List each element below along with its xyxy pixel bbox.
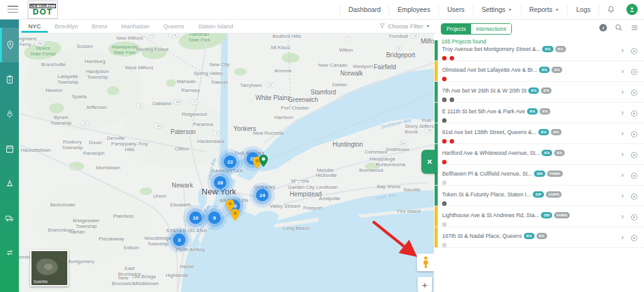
project-row[interactable]: E 111th St bet 5th Ave & Park AveIFAIFA› <box>434 103 644 123</box>
eye-icon[interactable] <box>630 88 638 99</box>
road-shield-icon: 8 <box>396 46 402 52</box>
user-avatar[interactable] <box>626 4 638 15</box>
sidebar-item-clipboard[interactable] <box>0 62 19 97</box>
project-badge: IFA <box>538 129 549 135</box>
zoom-in-button[interactable]: + <box>418 277 432 292</box>
tab-bronx[interactable]: Bronx <box>85 19 114 33</box>
project-row[interactable]: Bellhaven Pl & Collfield Avenue, St...SR… <box>434 165 644 186</box>
road-shield-icon: 7 <box>345 36 351 42</box>
chevron-right-icon[interactable]: › <box>621 191 624 199</box>
chevron-right-icon[interactable]: › <box>621 87 624 96</box>
project-badge: SRI <box>541 212 552 218</box>
eye-icon[interactable] <box>630 171 638 182</box>
notifications-button[interactable] <box>599 4 623 14</box>
left-sidebar <box>0 19 19 292</box>
project-badge: IFA <box>536 233 547 239</box>
sidebar-item-calendar[interactable] <box>0 132 19 166</box>
eye-icon[interactable] <box>630 213 638 224</box>
cluster-marker[interactable]: 3 <box>173 233 186 246</box>
project-badge: IFA <box>541 87 552 94</box>
project-row[interactable]: 167th St & Nadal Place, QueensIFAIFA› <box>434 227 644 248</box>
chevron-right-icon[interactable]: › <box>621 233 624 241</box>
project-row[interactable]: 91st Ave bet 138th Street, Queens &...IF… <box>434 123 644 144</box>
chevron-right-icon[interactable]: › <box>621 108 624 116</box>
project-badge: FHWA <box>554 212 570 218</box>
eye-icon[interactable] <box>630 47 638 58</box>
cluster-marker[interactable]: 28 <box>214 176 226 189</box>
choose-filter-dropdown[interactable]: Choose Filter ▼ <box>379 19 430 33</box>
sidebar-item-truck[interactable] <box>0 201 19 235</box>
menu-icon[interactable] <box>8 6 18 13</box>
sidebar-item-repeat[interactable] <box>0 235 19 270</box>
map-canvas[interactable]: Dingmans FerryStokes State ForestSussexN… <box>19 33 434 292</box>
eye-icon[interactable] <box>630 233 638 245</box>
project-row[interactable]: 7th Ave bet W 26th St & W 20th StIFAIFA✓… <box>434 82 644 103</box>
map-pin-yellow[interactable] <box>231 208 240 224</box>
nav-item-users[interactable]: Users <box>438 4 472 14</box>
rocket-icon <box>5 110 14 119</box>
project-badge: IFA <box>539 67 550 73</box>
repeat-icon <box>5 248 14 257</box>
project-title: Lighthouse Ave & St Andrews Rd, Sta... <box>442 212 539 218</box>
chevron-right-icon[interactable]: › <box>621 129 624 137</box>
nav-item-employees[interactable]: Employees <box>389 4 438 14</box>
person-icon <box>628 6 636 13</box>
projects-panel: ProjectsIntersections i 165 Projects fou… <box>434 19 644 292</box>
eye-icon[interactable] <box>630 109 638 120</box>
road-shield-icon: 176 <box>169 33 179 38</box>
panel-collapse-button[interactable]: ✕ <box>421 150 438 174</box>
project-row[interactable]: Troy Avenue bet Montgomery Street &...IF… <box>434 40 644 61</box>
nav-item-settings[interactable]: Settings▼ <box>473 4 521 14</box>
sidebar-item-rocket[interactable] <box>0 97 19 132</box>
sidebar-item-location-person[interactable] <box>0 28 19 62</box>
chevron-right-icon[interactable]: › <box>621 171 624 179</box>
projects-intersections-toggle: ProjectsIntersections <box>441 23 512 35</box>
nav-item-dashboard[interactable]: Dashboard <box>340 4 389 14</box>
project-badge: IFA <box>541 150 552 156</box>
eye-icon[interactable] <box>630 192 638 203</box>
chevron-right-icon[interactable]: › <box>621 46 624 54</box>
project-title: Troy Avenue bet Montgomery Street &... <box>442 46 540 52</box>
chevron-right-icon[interactable]: › <box>621 150 624 158</box>
eye-icon[interactable] <box>630 67 638 79</box>
project-row[interactable]: Lighthouse Ave & St Andrews Rd, Sta...SR… <box>434 206 644 227</box>
cluster-marker[interactable]: 22 <box>224 155 236 168</box>
eye-icon[interactable] <box>630 130 638 141</box>
cluster-marker[interactable]: 24 <box>256 189 269 201</box>
choose-filter-label: Choose Filter <box>388 23 424 30</box>
nav-item-reports[interactable]: Reports▼ <box>521 4 568 14</box>
tab-queens[interactable]: Queens <box>157 19 191 33</box>
cluster-marker[interactable]: 9 <box>208 211 221 224</box>
status-bar-green <box>435 103 438 123</box>
project-badge: IFA <box>527 108 538 115</box>
tab-manhattan[interactable]: Manhattan <box>114 19 157 33</box>
project-row[interactable]: Token St & Futurity Place, Staten I...SI… <box>434 186 644 206</box>
calendar-icon <box>5 144 14 154</box>
status-dots <box>442 77 644 81</box>
project-badge: IFA <box>528 87 539 94</box>
tab-nyc[interactable]: NYC <box>21 19 48 33</box>
status-dots <box>442 118 644 123</box>
pegman-streetview-control[interactable] <box>417 254 434 271</box>
nav-item-logs[interactable]: Logs <box>567 4 599 14</box>
project-row[interactable]: Olmstead Ave bet Lafayette Ave & Br...IF… <box>434 61 644 82</box>
map-pin-green[interactable] <box>259 154 269 170</box>
panel-tab-intersections[interactable]: Intersections <box>471 24 511 34</box>
road-shield-icon: 23 <box>136 103 144 109</box>
satellite-toggle[interactable]: Satellite <box>30 250 69 286</box>
chevron-right-icon[interactable]: › <box>621 67 624 75</box>
chevron-right-icon[interactable]: › <box>621 212 624 220</box>
tab-staten-island[interactable]: Staten Island <box>191 19 240 33</box>
eye-icon[interactable] <box>630 150 638 162</box>
nyc-dot-logo[interactable]: NEW YORK CITY DOT <box>28 1 58 19</box>
cluster-marker[interactable]: 10 <box>189 211 202 224</box>
info-icon[interactable]: i <box>599 24 607 31</box>
project-row[interactable]: Hartford Ave & Whitewood Avenue, St...IF… <box>434 144 644 165</box>
search-icon[interactable] <box>615 24 623 31</box>
list-view-icon[interactable] <box>631 24 638 31</box>
sidebar-item-traffic-cone[interactable] <box>0 166 19 201</box>
panel-tab-projects[interactable]: Projects <box>441 24 471 34</box>
tab-brooklyn[interactable]: Brooklyn <box>48 19 85 33</box>
project-badge: IFA <box>542 46 553 52</box>
status-dots <box>442 139 644 143</box>
